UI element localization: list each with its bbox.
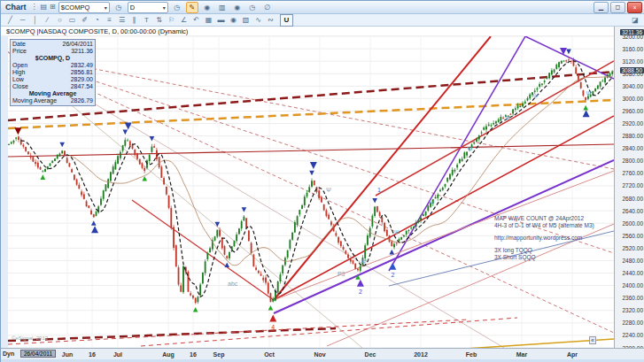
rectangle-tool-icon[interactable]: ▭: [66, 15, 78, 26]
trendline[interactable]: [424, 339, 614, 348]
time-axis[interactable]: Dyn 26/04/2011 Jun16JulAug16SepOctNovDec…: [1, 348, 644, 359]
symbol-combo[interactable]: $COMPQ▾: [58, 2, 110, 13]
candle-body: [561, 61, 563, 64]
data-box-value: 2847.54: [71, 83, 93, 90]
buy-signal-triangle: [41, 174, 46, 180]
clear-drawings-icon[interactable]: ∅: [261, 2, 274, 13]
candle-body: [527, 98, 529, 101]
text-tool-icon[interactable]: T: [141, 15, 152, 26]
arrow-marks-icon[interactable]: ⇅: [153, 15, 165, 26]
trendline[interactable]: [141, 318, 517, 346]
candle-body: [202, 273, 204, 283]
point-tool-icon[interactable]: ◉: [228, 15, 239, 26]
candle-body: [35, 162, 36, 164]
data-box-value: 2856.81: [71, 69, 93, 76]
brush-tool-icon[interactable]: ✐: [79, 15, 90, 26]
band-tool-icon[interactable]: ▬: [215, 15, 227, 26]
candle-body: [199, 284, 201, 295]
candle-body: [173, 227, 175, 248]
candle-body: [156, 150, 158, 159]
candle-body: [251, 243, 252, 253]
half-plane-icon[interactable]: ▧: [240, 15, 252, 26]
trendline-tool-icon[interactable]: ╱: [4, 15, 16, 26]
collapse-axis-icon[interactable]: «: [589, 336, 596, 344]
plot-area[interactable]: 4221P3abcΨΨΨΨΨΨΨΨ: [8, 36, 614, 348]
snapshot-icon[interactable]: ◉: [231, 2, 244, 13]
symbol-history-icon[interactable]: ◷: [113, 2, 125, 13]
vertical-line-tool-icon[interactable]: │: [29, 15, 41, 26]
trendline[interactable]: [8, 52, 614, 333]
trendline[interactable]: [525, 36, 614, 79]
price-chart-canvas[interactable]: 4221P3abcΨΨΨΨΨΨΨΨ: [8, 36, 614, 348]
trendline[interactable]: [8, 328, 336, 341]
buy-signal-triangle: [389, 250, 394, 255]
x-axis-label: Feb: [466, 351, 477, 358]
cursor-date-box: 26/04/2011: [20, 350, 56, 358]
wave-tool-icon[interactable]: ∿: [252, 15, 264, 26]
pencil-tool-icon[interactable]: ✎: [186, 2, 198, 13]
arc-tool-icon[interactable]: ↶: [190, 15, 202, 26]
fib-retracement-icon[interactable]: ≡: [104, 15, 115, 26]
flag-tool-icon[interactable]: ⚐: [166, 15, 177, 26]
candle-body: [195, 298, 197, 303]
candle-body: [129, 141, 131, 145]
parallel-channel-icon[interactable]: ∥: [128, 15, 140, 26]
cycle-tool-icon[interactable]: ◔: [91, 15, 103, 26]
grip-icon[interactable]: ⋮: [31, 3, 38, 12]
candle-body: [515, 108, 516, 110]
panel-toggle-icon[interactable]: ◪: [629, 15, 641, 26]
candle-body: [78, 185, 80, 189]
restore-button[interactable]: ◻: [610, 2, 625, 13]
interval-combo[interactable]: D▾: [128, 2, 168, 13]
drawing-toolbar: ╱─│∕○▭✐◔≡☰∥T⇅⚐∠↶▦▬◉▧∿∾U◪: [1, 14, 644, 27]
wave-pivot-triangle: [310, 162, 317, 169]
candle-body: [420, 218, 422, 220]
link-tool-icon[interactable]: ∾: [265, 15, 276, 26]
candle-body: [491, 125, 493, 126]
candle-body: [565, 60, 567, 61]
y-axis-label: 2320.00: [623, 307, 644, 313]
candle-body: [374, 207, 376, 216]
fractal-signal-glyph: Ψ: [505, 115, 510, 121]
interval-history-icon[interactable]: ◷: [171, 2, 183, 13]
studies-icon[interactable]: ▥: [216, 2, 229, 13]
x-axis-label: 2012: [414, 351, 428, 358]
ellipse-tool-icon[interactable]: ○: [54, 15, 66, 26]
trendline[interactable]: [8, 144, 614, 157]
horizontal-line-tool-icon[interactable]: ─: [17, 15, 28, 26]
candle-body: [318, 190, 320, 198]
circle-tool-icon[interactable]: ◉: [201, 2, 213, 13]
candle-body: [117, 156, 119, 164]
y-axis-label: 2520.00: [623, 245, 644, 251]
fractal-signal-glyph: Ψ: [586, 90, 592, 96]
extended-line-tool-icon[interactable]: ∕: [42, 15, 53, 26]
close-button[interactable]: ×: [627, 2, 642, 13]
candle-body: [180, 285, 182, 291]
price-axis[interactable]: 3200.003160.003120.003080.003040.003000.…: [614, 27, 644, 359]
underline-mode-button[interactable]: U: [280, 14, 293, 27]
minimize-button[interactable]: ▁: [594, 2, 609, 13]
candle-body: [364, 245, 366, 258]
candle-body: [20, 139, 22, 144]
y-axis-label: 3040.00: [623, 83, 644, 89]
alerts-icon[interactable]: ◷: [246, 2, 259, 13]
candle-body: [372, 216, 374, 227]
candle-body: [554, 69, 555, 72]
x-axis-label: Dec: [365, 351, 376, 358]
candle-body: [563, 61, 565, 62]
candle-body: [234, 241, 236, 246]
candle-body: [601, 81, 603, 81]
candle-body: [493, 123, 494, 125]
y-axis-label: 2720.00: [623, 182, 644, 189]
candle-body: [287, 250, 289, 258]
grid-tool-icon[interactable]: ▦: [203, 15, 214, 26]
layout-grid-icon[interactable]: ⊞: [50, 3, 56, 12]
candle-body: [236, 235, 237, 241]
chart-window-icon[interactable]: ▤: [41, 3, 48, 12]
fib-levels-icon[interactable]: ☰: [116, 15, 128, 26]
window-title: Chart: [5, 3, 27, 12]
candle-body: [209, 248, 211, 252]
data-box-row: Date26/04/2011: [12, 41, 93, 48]
angle-tool-icon[interactable]: ∠: [178, 15, 190, 26]
candle-body: [555, 65, 557, 69]
